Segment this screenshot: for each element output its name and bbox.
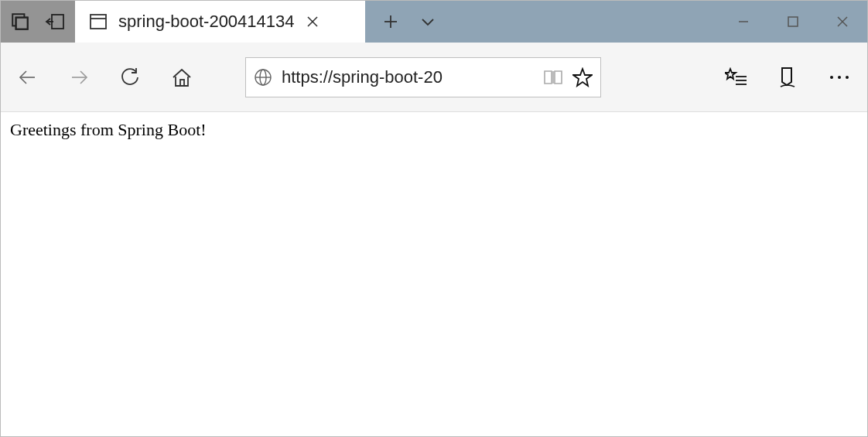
svg-marker-23 [725, 69, 736, 79]
forward-button[interactable] [69, 67, 89, 87]
url-text[interactable]: https://spring-boot-20 [282, 67, 534, 87]
titlebar: spring-boot-200414134 [1, 1, 867, 43]
reading-view-icon[interactable] [543, 69, 563, 86]
svg-rect-5 [91, 15, 106, 29]
titlebar-left-actions [1, 1, 75, 43]
close-window-button[interactable] [818, 1, 867, 43]
new-tab-button[interactable] [382, 13, 399, 30]
close-tab-icon[interactable] [306, 15, 320, 29]
browser-toolbar: https://spring-boot-20 [1, 43, 867, 112]
svg-rect-3 [52, 15, 63, 29]
svg-rect-1 [16, 18, 28, 29]
svg-marker-22 [573, 69, 592, 86]
page-content: Greetings from Spring Boot! [1, 112, 867, 436]
home-button[interactable] [171, 67, 193, 87]
address-bar[interactable]: https://spring-boot-20 [245, 57, 601, 97]
tabbar-right [365, 1, 867, 43]
set-aside-icon[interactable] [44, 12, 66, 31]
svg-rect-12 [788, 17, 798, 26]
favorites-list-icon[interactable] [725, 67, 747, 87]
minimize-button[interactable] [719, 1, 768, 43]
web-notes-icon[interactable] [777, 67, 798, 88]
window-controls [719, 1, 867, 43]
svg-rect-17 [180, 80, 184, 86]
browser-tab-active[interactable]: spring-boot-200414134 [75, 1, 365, 43]
svg-point-28 [838, 76, 841, 79]
page-icon [89, 13, 108, 30]
more-icon[interactable] [829, 73, 850, 81]
back-button[interactable] [18, 67, 38, 87]
svg-point-27 [830, 76, 833, 79]
refresh-button[interactable] [120, 67, 140, 87]
globe-icon [254, 68, 272, 87]
svg-point-29 [846, 76, 849, 79]
chevron-down-icon[interactable] [419, 13, 436, 30]
maximize-button[interactable] [768, 1, 818, 43]
greeting-text: Greetings from Spring Boot! [10, 120, 858, 140]
tab-actions-icon[interactable] [10, 12, 30, 32]
favorite-star-icon[interactable] [572, 67, 593, 87]
tab-title: spring-boot-200414134 [118, 12, 295, 32]
